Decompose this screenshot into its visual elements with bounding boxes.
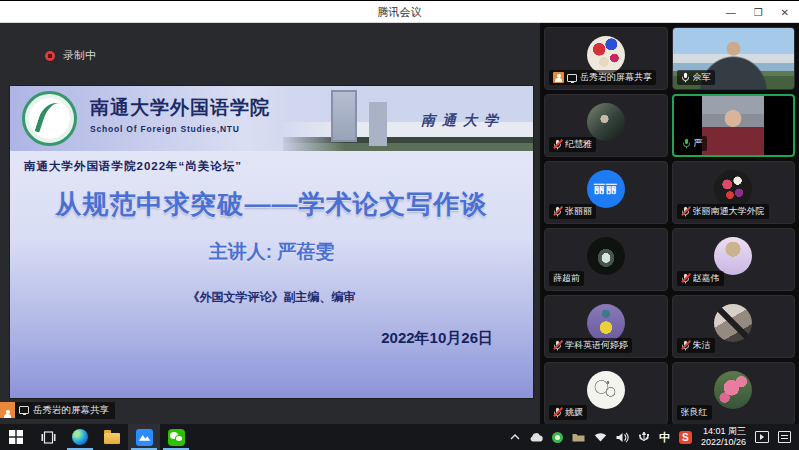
shared-screen-stage: 录制中 南通大学外国语学院 School Of Foreign Studies,… <box>0 23 540 425</box>
participant-tile[interactable]: 张良红 <box>672 362 796 425</box>
clock-time: 14:01 周三 <box>701 426 746 437</box>
org-title-block: 南通大学外国语学院 School Of Foreign Studies,NTU <box>90 95 270 134</box>
org-name-cn: 南通大学外国语学院 <box>90 95 270 121</box>
meeting-app-button[interactable] <box>128 424 160 450</box>
clock-date: 2022/10/26 <box>701 437 746 448</box>
org-name-en: School Of Foreign Studies,NTU <box>90 124 270 134</box>
wifi-icon[interactable] <box>594 432 607 442</box>
participant-tile-speaking[interactable]: 严 <box>672 94 796 157</box>
participant-nameplate: 赵嘉伟 <box>677 271 724 286</box>
presenter-icon <box>0 402 15 418</box>
meeting-content: 录制中 南通大学外国语学院 School Of Foreign Studies,… <box>0 23 799 425</box>
participant-avatar: 丽丽 <box>587 170 625 208</box>
monitor-icon <box>567 74 577 82</box>
participant-nameplate: 张丽南通大学外院 <box>677 204 769 219</box>
slide-body: 南通大学外国语学院2022年“尚美论坛” 从规范中求突破——学术论文写作谈 主讲… <box>10 151 533 398</box>
window-controls: — ❐ ✕ <box>726 1 789 23</box>
campus-gate-photo: 南通大学 <box>283 86 533 151</box>
participant-nameplate: 张良红 <box>677 405 712 420</box>
participant-avatar <box>587 36 625 74</box>
participant-avatar <box>587 371 625 409</box>
participant-tile[interactable]: 张丽南通大学外院 <box>672 161 796 224</box>
slide-title: 从规范中求突破——学术论文写作谈 <box>10 187 533 222</box>
mic-muted-icon <box>553 407 562 418</box>
minimize-button[interactable]: — <box>726 7 736 18</box>
screen-share-banner: 岳秀岩的屏幕共享 <box>0 402 115 418</box>
participant-tile[interactable]: 佘军 <box>672 27 796 90</box>
participant-avatar <box>587 103 625 141</box>
participant-tile[interactable]: 朱洁 <box>672 295 796 358</box>
participant-name: 纪慧雅 <box>565 138 592 151</box>
presentation-slide: 南通大学外国语学院 School Of Foreign Studies,NTU … <box>10 86 533 398</box>
participant-nameplate: 佘军 <box>677 70 715 85</box>
university-logo-icon <box>22 91 77 146</box>
task-view-button[interactable] <box>32 424 64 450</box>
cloud-sync-icon[interactable] <box>529 433 543 442</box>
participant-tile[interactable]: 纪慧雅 <box>544 94 668 157</box>
mic-muted-icon <box>553 340 562 351</box>
recording-label: 录制中 <box>63 48 96 63</box>
mic-muted-icon <box>553 206 562 217</box>
participant-tile[interactable]: 薛超前 <box>544 228 668 291</box>
ime-indicator[interactable]: 中 <box>659 430 670 445</box>
monitor-icon <box>19 406 29 414</box>
mic-on-icon <box>681 72 690 83</box>
participant-name: 张丽丽 <box>565 205 592 218</box>
mic-muted-icon <box>553 139 562 150</box>
speaker-line: 主讲人: 严蓓雯 <box>10 239 533 265</box>
participant-tile[interactable]: 学科英语何婷婷 <box>544 295 668 358</box>
gate-calligraphy: 南通大学 <box>421 112 505 130</box>
participant-name: 严 <box>694 137 703 150</box>
media-player-tray-icon[interactable] <box>755 431 769 443</box>
wechat-icon <box>168 429 185 446</box>
participant-nameplate: 朱洁 <box>677 338 715 353</box>
participant-tile[interactable]: 丽丽 张丽丽 <box>544 161 668 224</box>
participant-nameplate: 严 <box>678 136 707 151</box>
share-banner-label: 岳秀岩的屏幕共享 <box>33 404 109 417</box>
sogou-input-icon[interactable]: S <box>679 431 692 444</box>
participant-nameplate: 岳秀岩的屏幕共享 <box>549 70 656 85</box>
forum-line: 南通大学外国语学院2022年“尚美论坛” <box>24 159 242 174</box>
recording-dot-icon <box>45 51 55 61</box>
maximize-button[interactable]: ❐ <box>754 7 763 18</box>
participant-name: 朱洁 <box>693 339 711 352</box>
file-explorer-button[interactable] <box>96 424 128 450</box>
close-button[interactable]: ✕ <box>781 7 789 18</box>
participant-name: 张丽南通大学外院 <box>693 205 765 218</box>
volume-icon[interactable] <box>616 432 629 443</box>
tray-expand-chevron-icon[interactable] <box>510 434 520 440</box>
date-line: 2022年10月26日 <box>381 329 493 348</box>
participant-nameplate: 姚媛 <box>549 405 587 420</box>
taskbar-clock[interactable]: 14:01 周三 2022/10/26 <box>701 426 746 449</box>
mic-speaking-icon <box>682 138 691 149</box>
participant-name: 张良红 <box>681 406 708 419</box>
slide-header: 南通大学外国语学院 School Of Foreign Studies,NTU … <box>10 86 533 151</box>
usb-icon[interactable] <box>638 432 650 443</box>
share-banner-pill: 岳秀岩的屏幕共享 <box>15 402 115 419</box>
windows-taskbar: 中 S 14:01 周三 2022/10/26 <box>0 424 799 450</box>
action-center-icon[interactable] <box>778 431 791 443</box>
edge-browser-button[interactable] <box>64 424 96 450</box>
participant-avatar <box>714 371 752 409</box>
tray-folder-icon[interactable] <box>572 432 585 442</box>
participant-name: 薛超前 <box>553 272 580 285</box>
antivirus-tray-icon[interactable] <box>552 432 563 443</box>
participant-tile[interactable]: 姚媛 <box>544 362 668 425</box>
participant-tile[interactable]: 赵嘉伟 <box>672 228 796 291</box>
tencent-meeting-window: 腾讯会议 — ❐ ✕ 录制中 南通大学外国语学院 School Of Forei… <box>0 0 799 450</box>
participant-name: 岳秀岩的屏幕共享 <box>580 71 652 84</box>
start-button[interactable] <box>0 424 32 450</box>
participant-nameplate: 学科英语何婷婷 <box>549 338 632 353</box>
participant-avatar <box>714 304 752 342</box>
participant-nameplate: 薛超前 <box>549 271 584 286</box>
window-titlebar[interactable]: 腾讯会议 — ❐ ✕ <box>0 1 799 23</box>
participant-tile[interactable]: 岳秀岩的屏幕共享 <box>544 27 668 90</box>
participants-sidebar: 岳秀岩的屏幕共享 佘军 <box>540 23 799 425</box>
wechat-app-button[interactable] <box>160 424 192 450</box>
folder-icon <box>104 433 120 444</box>
participant-name: 赵嘉伟 <box>693 272 720 285</box>
mic-muted-icon <box>681 340 690 351</box>
participant-nameplate: 纪慧雅 <box>549 137 596 152</box>
recording-indicator: 录制中 <box>45 48 96 63</box>
tencent-meeting-icon <box>136 429 153 446</box>
